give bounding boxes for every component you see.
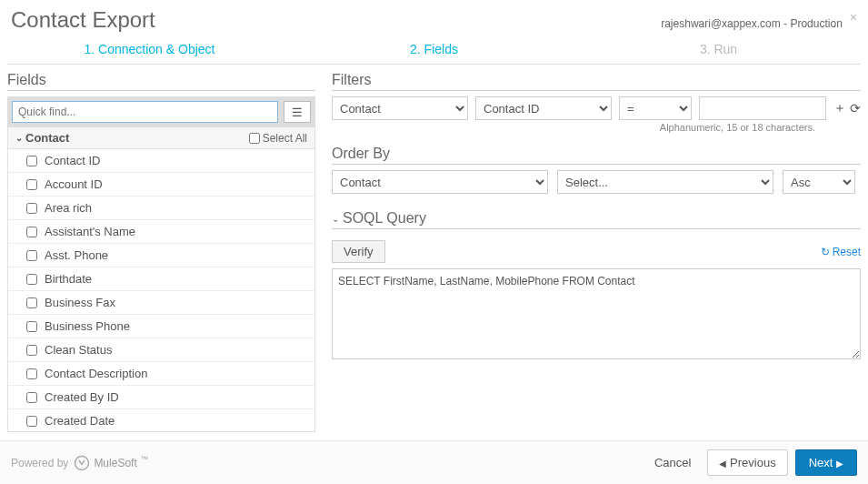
field-label: Clean Status bbox=[45, 343, 112, 357]
orderby-object-select[interactable]: Contact bbox=[332, 170, 548, 194]
field-checkbox[interactable] bbox=[26, 227, 37, 237]
field-label: Created By ID bbox=[45, 390, 119, 404]
filters-title: Filters bbox=[332, 72, 861, 91]
orderby-direction-select[interactable]: Asc bbox=[783, 170, 855, 194]
refresh-icon[interactable]: ⟳ bbox=[850, 101, 861, 116]
field-checkbox[interactable] bbox=[26, 203, 37, 214]
close-icon[interactable]: × bbox=[850, 10, 857, 25]
filter-operator-select[interactable]: = bbox=[619, 96, 692, 120]
field-label: Assistant's Name bbox=[45, 225, 135, 238]
quick-find-input[interactable] bbox=[12, 101, 278, 123]
select-all-label: Select All bbox=[263, 132, 307, 145]
field-checkbox[interactable] bbox=[26, 345, 37, 356]
reset-label: Reset bbox=[833, 246, 861, 258]
field-label: Created Date bbox=[45, 414, 115, 428]
orderby-row: Contact Select... Asc bbox=[332, 170, 861, 194]
chevron-left-icon: ◀ bbox=[719, 459, 726, 469]
field-checkbox[interactable] bbox=[26, 179, 37, 190]
page-title: Contact Export bbox=[11, 7, 155, 33]
fields-search-row: ☰ bbox=[7, 96, 315, 127]
filter-row: Contact Contact ID = ＋ ⟳ bbox=[332, 96, 861, 120]
field-row[interactable]: Clean Status bbox=[8, 338, 314, 362]
header: Contact Export rajeshwari@xappex.com - P… bbox=[0, 0, 868, 36]
user-info: rajeshwari@xappex.com - Production bbox=[661, 17, 843, 30]
field-row[interactable]: Created By ID bbox=[8, 386, 314, 409]
footer: Powered by MuleSoft™ Cancel ◀ Previous N… bbox=[0, 440, 868, 484]
field-row[interactable]: Contact Description bbox=[8, 362, 314, 386]
field-row[interactable]: Assistant's Name bbox=[8, 220, 314, 244]
powered-by-label: Powered by bbox=[11, 457, 68, 469]
field-label: Account ID bbox=[45, 177, 103, 191]
field-checkbox[interactable] bbox=[26, 392, 37, 403]
soql-section-header[interactable]: ⌄ SOQL Query bbox=[332, 210, 861, 229]
chevron-down-icon: ⌄ bbox=[332, 214, 339, 224]
field-row[interactable]: Created Date bbox=[8, 409, 314, 432]
select-all-toggle[interactable]: Select All bbox=[249, 132, 307, 145]
field-list[interactable]: Contact ID Account ID Area rich Assistan… bbox=[7, 149, 315, 432]
field-label: Area rich bbox=[45, 201, 92, 215]
fields-title: Fields bbox=[7, 72, 315, 91]
field-checkbox[interactable] bbox=[26, 368, 37, 379]
soql-textarea[interactable] bbox=[332, 268, 861, 359]
field-row[interactable]: Business Fax bbox=[8, 291, 314, 315]
next-label: Next bbox=[809, 456, 833, 469]
chevron-down-icon: ⌄ bbox=[15, 133, 23, 143]
field-row[interactable]: Account ID bbox=[8, 173, 314, 197]
add-filter-icon[interactable]: ＋ bbox=[833, 100, 846, 116]
field-row[interactable]: Contact ID bbox=[8, 149, 314, 173]
field-checkbox[interactable] bbox=[26, 297, 37, 308]
filter-object-select[interactable]: Contact bbox=[332, 96, 468, 120]
next-button[interactable]: Next ▶ bbox=[795, 449, 857, 476]
reset-link[interactable]: ↻ Reset bbox=[821, 246, 861, 258]
group-name: Contact bbox=[25, 131, 69, 145]
field-label: Contact ID bbox=[45, 154, 100, 167]
fields-menu-button[interactable]: ☰ bbox=[284, 101, 311, 123]
cancel-button[interactable]: Cancel bbox=[645, 450, 700, 475]
tab-run: 3. Run bbox=[576, 36, 861, 64]
reset-icon: ↻ bbox=[821, 246, 830, 258]
field-checkbox[interactable] bbox=[26, 321, 37, 332]
field-label: Business Fax bbox=[45, 296, 115, 309]
field-checkbox[interactable] bbox=[26, 250, 37, 261]
soql-title: SOQL Query bbox=[343, 210, 426, 227]
select-all-checkbox[interactable] bbox=[249, 133, 260, 144]
hamburger-icon: ☰ bbox=[292, 106, 303, 119]
filter-value-input[interactable] bbox=[699, 96, 826, 120]
verify-button[interactable]: Verify bbox=[332, 240, 385, 263]
chevron-right-icon: ▶ bbox=[836, 459, 843, 469]
field-row[interactable]: Birthdate bbox=[8, 267, 314, 291]
field-label: Contact Description bbox=[45, 367, 147, 380]
previous-button[interactable]: ◀ Previous bbox=[707, 449, 787, 476]
field-row[interactable]: Asst. Phone bbox=[8, 244, 314, 267]
mulesoft-icon bbox=[74, 455, 90, 471]
filter-hint: Alphanumeric, 15 or 18 characters. bbox=[332, 122, 861, 133]
brand-name: MuleSoft bbox=[94, 457, 136, 469]
field-label: Birthdate bbox=[45, 272, 92, 286]
powered-by: Powered by MuleSoft™ bbox=[11, 455, 148, 471]
mulesoft-logo: MuleSoft™ bbox=[74, 455, 147, 471]
field-checkbox[interactable] bbox=[26, 274, 37, 285]
field-checkbox[interactable] bbox=[26, 156, 37, 166]
field-row[interactable]: Area rich bbox=[8, 197, 314, 220]
field-checkbox[interactable] bbox=[26, 416, 37, 427]
orderby-field-select[interactable]: Select... bbox=[557, 170, 773, 194]
tab-fields[interactable]: 2. Fields bbox=[292, 36, 576, 64]
wizard-tabs: 1. Connection & Object 2. Fields 3. Run bbox=[7, 36, 861, 65]
fields-panel: Fields ☰ ⌄ Contact Select All Contact ID… bbox=[7, 68, 315, 432]
filter-field-select[interactable]: Contact ID bbox=[475, 96, 612, 120]
previous-label: Previous bbox=[730, 456, 776, 469]
field-group-header[interactable]: ⌄ Contact Select All bbox=[7, 127, 315, 149]
tab-connection[interactable]: 1. Connection & Object bbox=[7, 36, 292, 64]
field-label: Business Phone bbox=[45, 319, 130, 333]
field-label: Asst. Phone bbox=[45, 248, 108, 262]
svg-point-0 bbox=[75, 456, 89, 469]
field-row[interactable]: Business Phone bbox=[8, 315, 314, 338]
orderby-title: Order By bbox=[332, 146, 861, 165]
